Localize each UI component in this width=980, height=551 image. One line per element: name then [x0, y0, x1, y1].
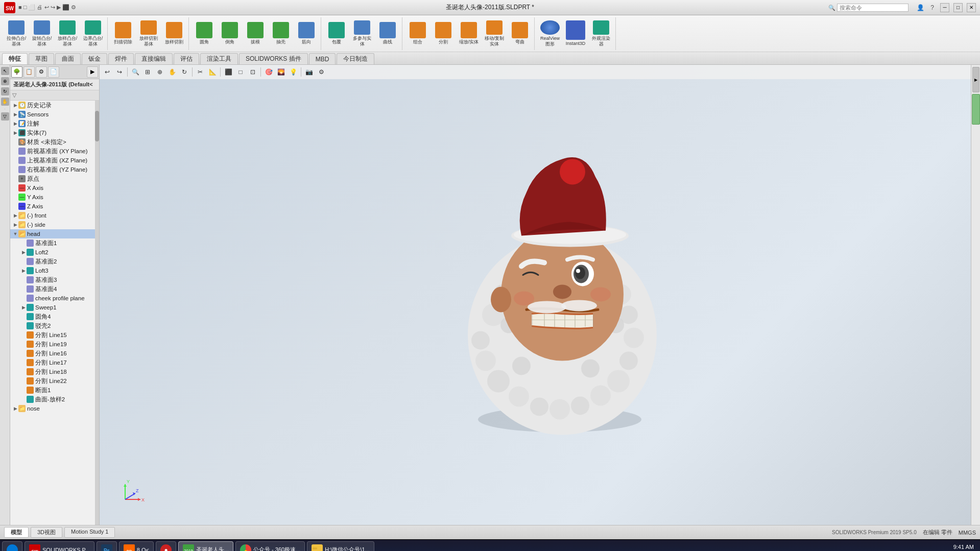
filter-tool[interactable]: ▽ — [1, 112, 9, 121]
vp-scene[interactable]: 🌄 — [275, 66, 286, 78]
vp-display-style2[interactable]: □ — [235, 66, 246, 78]
toolbar-btn-wrap[interactable]: 包覆 — [324, 19, 349, 48]
fm-tab-dxf[interactable]: 📄 — [48, 66, 59, 78]
tree-item-zaxis[interactable]: — Z Axis — [10, 202, 95, 211]
fm-tab-config[interactable]: ⚙ — [36, 66, 47, 78]
toolbar-btn-multi[interactable]: 多参与实体 — [350, 19, 374, 48]
close-button[interactable]: ✕ — [967, 3, 976, 12]
vp-display-style[interactable]: ⬛ — [223, 66, 234, 78]
tree-item-origin[interactable]: + 原点 — [10, 174, 95, 183]
vp-3d-rotate[interactable]: ↻ — [179, 66, 190, 78]
search-input[interactable] — [837, 4, 909, 12]
toolbar-btn-instant3d[interactable]: Instant3D — [563, 19, 588, 48]
toolbar-btn-scale[interactable]: 缩放/实体 — [457, 19, 481, 48]
vp-view-orient[interactable]: 🎯 — [263, 66, 274, 78]
toolbar-btn-boundary[interactable]: 边界凸台/基体 — [81, 19, 105, 48]
tree-item-jzm3[interactable]: 基准面3 — [10, 275, 95, 284]
tab-evaluate[interactable]: 评估 — [174, 53, 199, 64]
tree-expand-sweep1[interactable]: ▶ — [20, 304, 27, 310]
toolbar-btn-revolve[interactable]: 旋转凸台/基体 — [30, 19, 54, 48]
fm-expand-tab[interactable]: ▶ — [87, 66, 98, 78]
pan-tool[interactable]: ✋ — [1, 98, 9, 106]
tree-item-yaxis[interactable]: — Y Axis — [10, 193, 95, 202]
status-tab-3dview[interactable]: 3D视图 — [31, 527, 62, 538]
vp-zoom-in[interactable]: 🔍 — [130, 66, 141, 78]
right-btn-1[interactable]: ▶ — [972, 67, 979, 92]
taskbar-oc-btn[interactable]: 8O 8 O< — [119, 541, 154, 552]
taskbar-sw-btn[interactable]: SW SOLIDWORKS P... — [25, 541, 94, 552]
tree-item-fen17[interactable]: 分割 Line17 — [10, 358, 95, 367]
tree-item-plane-yz[interactable]: 右视基准面 (YZ Plane) — [10, 165, 95, 174]
tree-item-fen22[interactable]: 分割 Line22 — [10, 376, 95, 386]
vp-settings[interactable]: ⚙ — [316, 66, 327, 78]
tree-item-nose[interactable]: ▶ 📁 nose — [10, 404, 95, 413]
tree-expand-loft3[interactable]: ▶ — [20, 268, 27, 274]
tree-item-front[interactable]: ▶ 📁 (-) front — [10, 211, 95, 220]
tab-sketch[interactable]: 草图 — [29, 53, 54, 64]
tab-features[interactable]: 特征 — [2, 53, 28, 64]
tree-expand-side[interactable]: ▶ — [12, 222, 18, 228]
tree-item-sweep1[interactable]: ▶ Sweep1 — [10, 303, 95, 312]
taskbar-ps-btn[interactable]: Ps — [97, 541, 117, 552]
search-bar[interactable]: 🔍 — [828, 4, 909, 12]
vp-display-style3[interactable]: ⊡ — [247, 66, 258, 78]
tree-expand-notes[interactable]: ▶ — [12, 121, 18, 127]
rotate-tool[interactable]: ↻ — [1, 87, 9, 95]
tree-item-sensors[interactable]: ▶ 📡 Sensors — [10, 110, 95, 119]
tree-expand-front[interactable]: ▶ — [12, 212, 18, 219]
tree-expand-sensors[interactable]: ▶ — [12, 111, 18, 117]
tree-item-duanmian1[interactable]: 断面1 — [10, 386, 95, 395]
fm-tab-property[interactable]: 📋 — [23, 66, 35, 78]
tab-sheetmetal[interactable]: 钣金 — [82, 53, 107, 64]
status-tab-model[interactable]: 模型 — [4, 527, 29, 538]
vp-rotate-right[interactable]: ↪ — [114, 66, 125, 78]
toolbar-btn-chamfer[interactable]: 倒角 — [218, 19, 242, 48]
tab-manufacture[interactable]: 今日制造 — [337, 53, 374, 64]
toolbar-btn-move[interactable]: 移动/复制实体 — [482, 19, 507, 48]
tree-item-jzm4[interactable]: 基准面4 — [10, 284, 95, 294]
tab-render[interactable]: 渲染工具 — [200, 53, 238, 64]
vp-section[interactable]: ✂ — [195, 66, 206, 78]
toolbar-btn-fillet[interactable]: 圆角 — [192, 19, 217, 48]
tree-item-jzm1[interactable]: 基准面1 — [10, 238, 95, 248]
toolbar-btn-appear[interactable]: 外观渲染器 — [589, 19, 613, 48]
taskbar-red-btn[interactable]: ● — [156, 541, 176, 552]
tab-weldment[interactable]: 焊件 — [108, 53, 134, 64]
toolbar-btn-split[interactable]: 分割 — [431, 19, 456, 48]
tree-item-fen15[interactable]: 分割 Line15 — [10, 330, 95, 340]
taskbar-sw-active-btn[interactable]: 2019 圣诞老人头... — [178, 541, 233, 552]
window-controls[interactable]: 🔍 👤 ? ─ □ ✕ — [828, 3, 976, 12]
tree-scrollbar[interactable] — [95, 101, 99, 525]
tree-item-side[interactable]: ▶ 📁 (-) side — [10, 220, 95, 229]
toolbar-btn-combine[interactable]: 组合 — [405, 19, 430, 48]
taskbar-folder-btn[interactable]: H:\微信公众号\1... — [307, 541, 374, 552]
tree-item-jzm2[interactable]: 基准面2 — [10, 257, 95, 266]
taskbar-chrome-btn[interactable]: 公众号 - 360极速... — [235, 541, 305, 552]
toolbar-btn-rib[interactable]: 筋向 — [294, 19, 319, 48]
tab-surface[interactable]: 曲面 — [55, 53, 81, 64]
scrollbar-thumb[interactable] — [95, 111, 99, 141]
tree-expand-head[interactable]: ▼ — [12, 231, 18, 237]
minimize-button[interactable]: ─ — [940, 3, 949, 12]
tree-item-plane-xz[interactable]: 上视基准面 (XZ Plane) — [10, 156, 95, 165]
tree-item-notes[interactable]: ▶ 📝 注解 — [10, 119, 95, 128]
tree-item-history[interactable]: ▶ 🕐 历史记录 — [10, 101, 95, 110]
select-tool[interactable]: ↖ — [1, 67, 9, 75]
vp-pan[interactable]: ✋ — [166, 66, 178, 78]
toolbar-btn-revolve-cut[interactable]: 放样切割基体 — [136, 19, 161, 48]
vp-light[interactable]: 💡 — [288, 66, 299, 78]
status-tab-motion[interactable]: Motion Study 1 — [64, 527, 115, 538]
vp-measure[interactable]: 📐 — [207, 66, 218, 78]
zoom-tool[interactable]: ⊕ — [1, 77, 9, 85]
taskbar-start-btn[interactable] — [2, 541, 22, 552]
tree-expand-loft2[interactable]: ▶ — [20, 249, 27, 255]
tree-item-cheek[interactable]: cheek profile plane — [10, 294, 95, 303]
restore-button[interactable]: □ — [953, 3, 963, 12]
right-side-tab-green[interactable] — [972, 94, 980, 125]
toolbar-btn-shell[interactable]: 抽壳 — [269, 19, 293, 48]
tree-item-fen19[interactable]: 分割 Line19 — [10, 340, 95, 349]
tree-item-loft2[interactable]: ▶ Loft2 — [10, 248, 95, 257]
tree-item-fen18[interactable]: 分割 Line18 — [10, 367, 95, 376]
toolbar-btn-draft[interactable]: 拔模 — [243, 19, 268, 48]
tree-item-baoke2[interactable]: 驳壳2 — [10, 321, 95, 330]
